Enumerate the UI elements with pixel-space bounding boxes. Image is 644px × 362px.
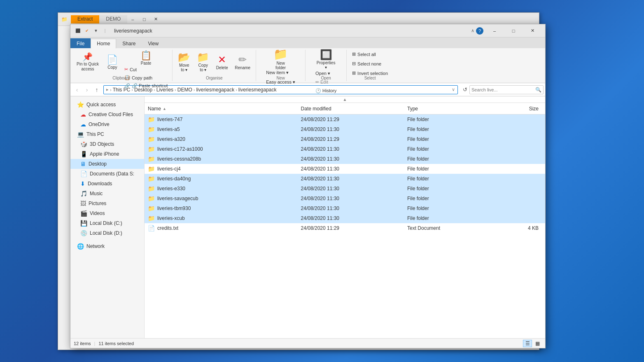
sidebar-item-localdiskd[interactable]: 💿 Local Disk (D:) [70, 228, 144, 238]
col-size-header[interactable]: Size [485, 104, 542, 113]
file-type: File folder [404, 146, 485, 152]
copy-to-btn[interactable]: 📁 Copyto ▾ [194, 50, 212, 74]
sidebar-item-desktop[interactable]: 🖥 Desktop [70, 159, 144, 169]
folder-icon: 📁 [148, 156, 155, 162]
sidebar-item-music[interactable]: 🎵 Music [70, 189, 144, 199]
breadcrumb-demo[interactable]: DEMO [177, 87, 192, 93]
breadcrumb-megapack1[interactable]: liveriesmegapack [196, 87, 234, 93]
tab-view[interactable]: View [142, 38, 165, 48]
pictures-icon: 🖼 [80, 200, 86, 207]
3dobjects-icon: 🎲 [80, 141, 87, 147]
file-type: File folder [404, 196, 485, 201]
file-row[interactable]: 📁 liveries-e330 24/08/2020 11:30 File fo… [145, 184, 545, 194]
quick-access-bar: ⬛ ✔ ▼ | [74, 27, 109, 35]
file-date: 24/08/2020 11:30 [298, 186, 404, 192]
clipboard-group: 📌 Pin to Quickaccess 📄 Copy 📋 Paste [70, 50, 173, 81]
sidebar-item-localdiskc[interactable]: 💾 Local Disk (C:) [70, 218, 144, 228]
file-name-text: liveries-savagecub [157, 196, 198, 201]
file-row[interactable]: 📁 liveries-c172-as1000 24/08/2020 11:30 … [145, 144, 545, 154]
file-date: 24/08/2020 11:30 [298, 126, 404, 132]
file-row[interactable]: 📁 liveries-cj4 24/08/2020 11:30 File fol… [145, 164, 545, 174]
content-area: ⭐ Quick access ☁ Creative Cloud Files ☁ … [70, 96, 545, 338]
tab-home[interactable]: Home [91, 39, 116, 49]
view-large-btn[interactable]: ▦ [533, 340, 542, 347]
file-type: File folder [404, 136, 485, 142]
qa-dropdown[interactable]: ▼ [92, 27, 100, 35]
demo-tab[interactable]: DEMO [99, 15, 127, 23]
ribbon-expand-btn[interactable]: ∧ [471, 28, 474, 33]
help-btn[interactable]: ? [476, 27, 483, 35]
copy-btn[interactable]: 📄 Copy [103, 50, 121, 74]
paste-shortcut-btn[interactable]: 🔗 🔗 Paste shortcut [122, 82, 170, 90]
file-name-text: liveries-a5 [157, 126, 180, 132]
file-name-cell: 📁 liveries-c172-as1000 [148, 146, 298, 152]
qa-btn-2[interactable]: ✔ [83, 27, 91, 35]
delete-btn[interactable]: ✕ Delete [213, 50, 231, 74]
sort-arrow-name: ▲ [163, 107, 166, 111]
history-btn[interactable]: 🕐 History [313, 87, 338, 95]
sidebar-item-downloads[interactable]: ⬇ Downloads [70, 179, 144, 189]
file-row[interactable]: 📁 liveries-747 24/08/2020 11:29 File fol… [145, 114, 545, 124]
pin-to-quick-access-btn[interactable]: 📌 Pin to Quickaccess [73, 50, 103, 74]
file-row[interactable]: 📁 liveries-da40ng 24/08/2020 11:30 File … [145, 174, 545, 184]
sidebar-item-thispc[interactable]: 💻 This PC [70, 129, 144, 139]
file-name-cell: 📁 liveries-cj4 [148, 166, 298, 172]
bg-maximize-btn[interactable]: □ [139, 15, 149, 23]
sidebar-item-appleiphone[interactable]: 📱 Apple iPhone [70, 149, 144, 159]
select-all-btn[interactable]: ⊞ Select all [349, 50, 391, 58]
maximize-btn[interactable]: □ [504, 24, 523, 37]
col-date-header[interactable]: Date modified [298, 104, 404, 113]
qa-btn-1[interactable]: ⬛ [74, 27, 82, 35]
folder-icon: 📁 [148, 175, 155, 182]
refresh-btn[interactable]: ↺ [460, 85, 469, 94]
sidebar-item-3dobjects[interactable]: 🎲 3D Objects [70, 139, 144, 149]
sidebar: ⭐ Quick access ☁ Creative Cloud Files ☁ … [70, 96, 145, 338]
file-row[interactable]: 📁 liveries-tbm930 24/08/2020 11:30 File … [145, 203, 545, 213]
bg-close-btn[interactable]: ✕ [150, 15, 161, 23]
sidebar-item-documents[interactable]: 📄 Documents (Data S: [70, 169, 144, 179]
file-row[interactable]: 📁 liveries-xcub 24/08/2020 11:30 File fo… [145, 213, 545, 223]
file-row[interactable]: 📁 liveries-a320 24/08/2020 11:29 File fo… [145, 134, 545, 144]
sidebar-item-creativecloud[interactable]: ☁ Creative Cloud Files [70, 110, 144, 119]
close-btn[interactable]: ✕ [523, 24, 542, 37]
col-name-header[interactable]: Name ▲ [148, 104, 298, 113]
file-date: 24/08/2020 11:30 [298, 196, 404, 201]
status-bar-right: ☰ ▦ [523, 340, 542, 347]
move-to-btn[interactable]: 📂 Moveto ▾ [175, 50, 193, 74]
folder-icon: 📁 [148, 136, 155, 142]
tab-share[interactable]: Share [116, 38, 142, 48]
file-row[interactable]: 📁 liveries-cessna208b 24/08/2020 11:30 F… [145, 154, 545, 164]
view-details-btn[interactable]: ☰ [523, 340, 532, 347]
sidebar-item-videos[interactable]: 🎬 Videos [70, 208, 144, 218]
tab-file[interactable]: File [70, 38, 91, 48]
videos-icon: 🎬 [80, 210, 87, 217]
folder-icon: 📁 [148, 185, 155, 192]
sidebar-item-network[interactable]: 🌐 Network [70, 241, 144, 251]
file-name-text: liveries-e330 [157, 186, 185, 192]
extract-tab[interactable]: Extract [71, 15, 99, 23]
address-expand-btn[interactable]: ∨ [452, 87, 455, 92]
search-box[interactable]: 🔍 [469, 85, 544, 94]
properties-btn[interactable]: 🔲 Properties▾ [313, 50, 338, 69]
file-row[interactable]: 📁 liveries-a5 24/08/2020 11:30 File fold… [145, 124, 545, 134]
appleiphone-icon: 📱 [80, 151, 87, 157]
file-name-cell: 📁 liveries-e330 [148, 185, 298, 192]
col-type-header[interactable]: Type [404, 104, 485, 113]
file-date: 24/08/2020 11:29 [298, 136, 404, 142]
file-row[interactable]: 📄 credits.txt 24/08/2020 11:29 Text Docu… [145, 223, 545, 233]
cut-btn[interactable]: ✂ Cut [122, 65, 170, 73]
search-input[interactable] [471, 87, 534, 92]
new-folder-btn[interactable]: 📁 Newfolder [264, 50, 297, 67]
clipboard-small-btns: ✂ Cut 📋 Copy path 🔗 🔗 Paste shortcut [122, 65, 170, 96]
file-name-cell: 📁 liveries-a5 [148, 126, 298, 133]
rename-btn[interactable]: ✏ Rename [232, 50, 253, 74]
sidebar-item-pictures[interactable]: 🖼 Pictures [70, 199, 144, 208]
file-row[interactable]: 📁 liveries-savagecub 24/08/2020 11:30 Fi… [145, 194, 545, 203]
bg-minimize-btn[interactable]: – [127, 15, 138, 23]
select-none-btn[interactable]: ⊟ Select none [349, 59, 391, 68]
paste-btn[interactable]: 📋 Paste [122, 50, 170, 65]
sidebar-item-onedrive[interactable]: ☁ OneDrive [70, 119, 144, 129]
selected-count: 11 items selected [98, 341, 134, 346]
minimize-btn[interactable]: – [485, 24, 504, 37]
file-date: 24/08/2020 11:29 [298, 117, 404, 122]
